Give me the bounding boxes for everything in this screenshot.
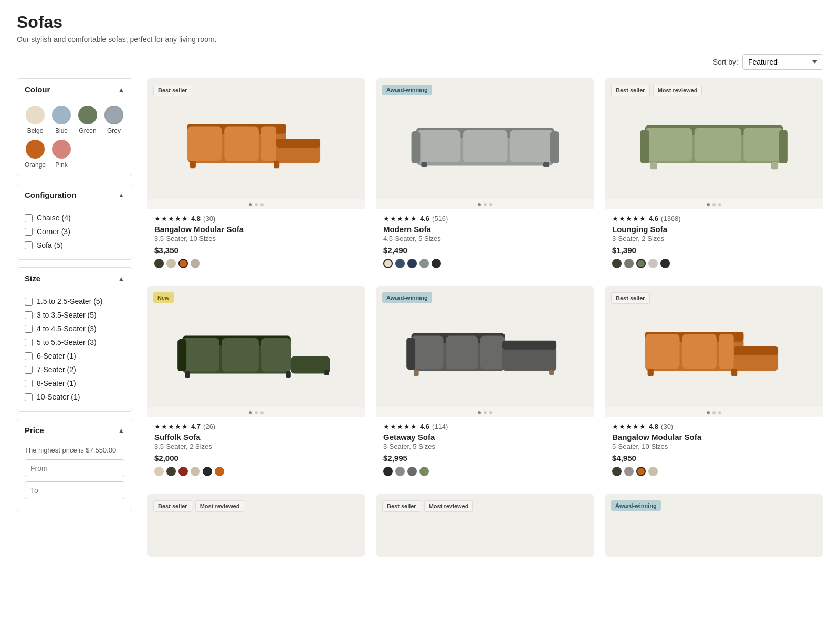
size-option[interactable]: 5 to 5.5-Seater (3) (25, 335, 124, 349)
color-option-1[interactable] (166, 467, 176, 476)
size-option[interactable]: 1.5 to 2.5-Seater (5) (25, 295, 124, 308)
size-checkbox[interactable] (25, 393, 33, 401)
config-checkbox[interactable] (25, 242, 33, 249)
price-filter-header[interactable]: Price ▲ (17, 419, 132, 441)
carousel-dot-1[interactable] (255, 203, 258, 206)
colour-option-pink[interactable]: Pink (51, 140, 72, 169)
size-checkbox[interactable] (25, 366, 33, 374)
carousel-dot-2[interactable] (260, 203, 264, 206)
carousel-dot-0[interactable] (478, 203, 481, 206)
carousel-dot-0[interactable] (707, 203, 710, 206)
carousel-dot-0[interactable] (249, 411, 252, 414)
size-option[interactable]: 8-Seater (1) (25, 376, 124, 390)
color-options-5 (612, 467, 816, 476)
color-option-2[interactable] (178, 259, 188, 268)
price-to-input[interactable] (25, 481, 124, 499)
config-checkbox[interactable] (25, 228, 33, 236)
sort-select[interactable]: Featured Price: Low to High Price: High … (742, 54, 823, 70)
product-card-5[interactable]: Best seller ★★★★★ 4.8 (30) Bangalow Modu… (605, 286, 823, 484)
product-card-3[interactable]: New ★★★★★ 4.7 (26) Suffolk Sofa 3.5-Seat… (147, 286, 365, 484)
size-option[interactable]: 10-Seater (1) (25, 390, 124, 404)
price-chevron-icon: ▲ (118, 427, 124, 434)
color-option-1[interactable] (624, 467, 634, 476)
colour-option-orange[interactable]: Orange (25, 140, 46, 169)
size-option[interactable]: 6-Seater (1) (25, 349, 124, 363)
carousel-dot-1[interactable] (255, 411, 258, 414)
color-option-4[interactable] (660, 259, 670, 268)
color-option-2[interactable] (636, 467, 646, 476)
color-option-3[interactable] (191, 259, 200, 268)
product-card-4[interactable]: Award-winning ★★★★★ 4.6 (114) Getaway So… (376, 286, 594, 484)
color-option-1[interactable] (624, 259, 634, 268)
color-option-3[interactable] (419, 467, 429, 476)
carousel-dot-1[interactable] (712, 411, 716, 414)
color-option-2[interactable] (178, 467, 188, 476)
product-info-0: ★★★★★ 4.8 (30) Bangalow Modular Sofa 3.5… (147, 209, 365, 276)
size-option[interactable]: 7-Seater (2) (25, 363, 124, 376)
color-option-1[interactable] (395, 259, 405, 268)
product-card-0[interactable]: Best seller ★★★★★ 4.8 (30) Bangalow Modu… (147, 78, 365, 276)
config-checkbox[interactable] (25, 214, 33, 222)
size-checkbox[interactable] (25, 380, 33, 387)
size-checkbox[interactable] (25, 352, 33, 360)
size-filter-header[interactable]: Size ▲ (17, 268, 132, 289)
size-checkbox[interactable] (25, 339, 33, 346)
color-option-0[interactable] (154, 259, 164, 268)
carousel-dot-0[interactable] (478, 411, 481, 414)
carousel-dot-0[interactable] (707, 411, 710, 414)
colour-option-grey[interactable]: Grey (103, 106, 124, 134)
colour-grid: Beige Blue Green Grey Orange Pink (25, 106, 124, 169)
size-option[interactable]: 4 to 4.5-Seater (3) (25, 322, 124, 335)
product-card-placeholder-2[interactable]: Best seller Most reviewed (376, 494, 594, 557)
carousel-dot-1[interactable] (712, 203, 716, 206)
color-option-3[interactable] (191, 467, 200, 476)
color-option-0[interactable] (612, 467, 622, 476)
carousel-dot-2[interactable] (718, 203, 721, 206)
stars-0: ★★★★★ (154, 215, 188, 223)
colour-option-beige[interactable]: Beige (25, 106, 46, 134)
rating-num-2: 4.6 (649, 215, 658, 223)
size-checkbox[interactable] (25, 298, 33, 306)
config-option[interactable]: Chaise (4) (25, 211, 124, 225)
color-option-4[interactable] (203, 467, 212, 476)
color-option-2[interactable] (636, 259, 646, 268)
config-option[interactable]: Corner (3) (25, 225, 124, 238)
colour-option-green[interactable]: Green (77, 106, 98, 134)
carousel-dot-2[interactable] (718, 411, 721, 414)
product-rating-2: ★★★★★ 4.6 (1368) (612, 215, 816, 223)
price-from-input[interactable] (25, 459, 124, 477)
carousel-dot-1[interactable] (484, 203, 487, 206)
color-option-0[interactable] (383, 259, 393, 268)
color-option-0[interactable] (154, 467, 164, 476)
review-count-5: (30) (661, 423, 673, 430)
size-checkbox[interactable] (25, 311, 33, 319)
size-option[interactable]: 3 to 3.5-Seater (5) (25, 308, 124, 322)
colour-filter-header[interactable]: Colour ▲ (17, 79, 132, 100)
product-card-placeholder-1[interactable]: Best seller Most reviewed (147, 494, 365, 557)
size-checkbox[interactable] (25, 325, 33, 333)
color-option-0[interactable] (383, 467, 393, 476)
carousel-dot-0[interactable] (249, 203, 252, 206)
color-option-3[interactable] (419, 259, 429, 268)
color-option-4[interactable] (432, 259, 441, 268)
color-option-0[interactable] (612, 259, 622, 268)
carousel-dot-2[interactable] (489, 203, 492, 206)
rating-num-4: 4.6 (420, 423, 429, 430)
colour-option-blue[interactable]: Blue (51, 106, 72, 134)
product-card-placeholder-3[interactable]: Award-winning (605, 494, 823, 557)
product-card-1[interactable]: Award-winning ★★★★★ 4.6 (516) Modern Sof… (376, 78, 594, 276)
color-option-1[interactable] (166, 259, 176, 268)
carousel-dot-2[interactable] (489, 411, 492, 414)
color-option-2[interactable] (407, 259, 417, 268)
product-card-2[interactable]: Best sellerMost reviewed ★★★★★ 4.6 (1368… (605, 78, 823, 276)
config-option[interactable]: Sofa (5) (25, 238, 124, 252)
color-option-2[interactable] (407, 467, 417, 476)
svg-rect-53 (719, 334, 733, 369)
color-option-5[interactable] (215, 467, 224, 476)
color-option-1[interactable] (395, 467, 405, 476)
color-option-3[interactable] (648, 467, 658, 476)
carousel-dot-1[interactable] (484, 411, 487, 414)
configuration-filter-header[interactable]: Configuration ▲ (17, 184, 132, 206)
color-option-3[interactable] (648, 259, 658, 268)
carousel-dot-2[interactable] (260, 411, 264, 414)
